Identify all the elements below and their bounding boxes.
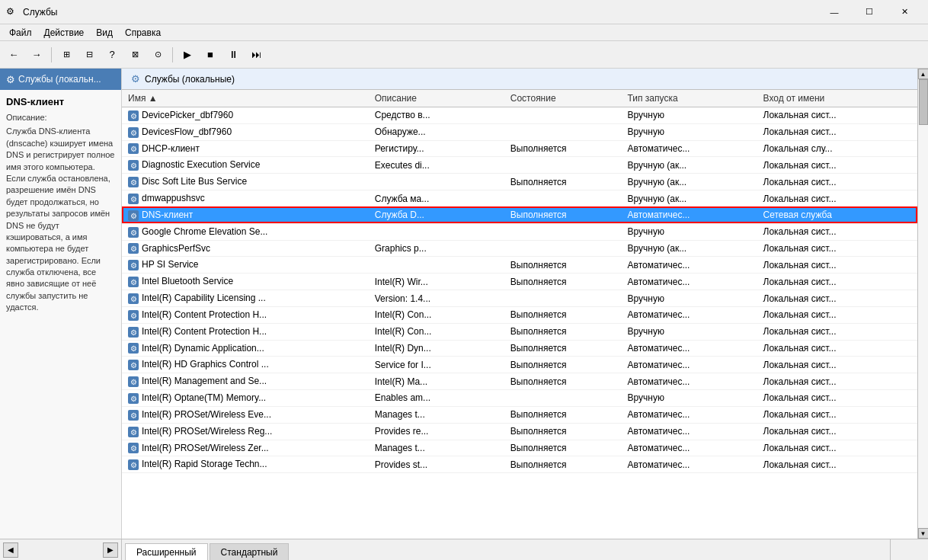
table-row[interactable]: DNS-клиентСлужба D...ВыполняетсяАвтомати…: [122, 206, 917, 223]
service-name-cell: Intel(R) HD Graphics Control ...: [122, 357, 369, 373]
table-row[interactable]: Intel(R) Dynamic Application...Intel(R) …: [122, 340, 917, 357]
service-icon: [128, 210, 139, 221]
minimize-button[interactable]: —: [817, 0, 852, 24]
tab-extended[interactable]: Расширенный: [125, 543, 208, 560]
tab-standard[interactable]: Стандартный: [210, 543, 290, 560]
table-row[interactable]: Intel(R) Rapid Storage Techn...Provides …: [122, 456, 917, 473]
table-row[interactable]: DevicePicker_dbf7960Средство в...Вручную…: [122, 107, 917, 124]
toolbar-pause[interactable]: ⏸: [222, 44, 244, 66]
scroll-down-btn[interactable]: ▼: [918, 528, 929, 539]
service-name-cell: Intel(R) Dynamic Application...: [122, 340, 369, 357]
toolbar-forward[interactable]: →: [26, 44, 47, 66]
service-status-cell: Выполняется: [504, 440, 622, 456]
service-name-cell: Intel(R) PROSet/Wireless Zer...: [122, 440, 369, 456]
table-row[interactable]: Intel(R) Content Protection H...Intel(R)…: [122, 306, 917, 323]
table-row[interactable]: Intel(R) Optane(TM) Memory...Enables am.…: [122, 390, 917, 407]
services-table-wrapper[interactable]: Имя ▲ Описание Состояние Тип запуска Вхо…: [122, 90, 917, 539]
toolbar-stop[interactable]: ■: [200, 44, 221, 66]
nav-left-btn[interactable]: ◀: [3, 542, 18, 558]
service-icon: [128, 243, 139, 254]
toolbar-sep-2: [172, 47, 173, 62]
service-name-cell: Intel(R) PROSet/Wireless Eve...: [122, 406, 369, 423]
table-row[interactable]: Diagnostic Execution ServiceExecutes di.…: [122, 157, 917, 174]
toolbar-btn3[interactable]: ?: [101, 44, 123, 66]
service-logon-cell: Локальная сист...: [757, 340, 917, 357]
maximize-button[interactable]: ☐: [852, 0, 887, 24]
toolbar-btn2[interactable]: ⊟: [78, 44, 100, 66]
toolbar-back[interactable]: ←: [3, 44, 24, 66]
col-startup[interactable]: Тип запуска: [622, 90, 757, 107]
service-icon: [128, 110, 139, 121]
toolbar-step[interactable]: ⏭: [245, 44, 267, 66]
service-startup-cell: Автоматичес...: [622, 406, 757, 423]
service-name-cell: Disc Soft Lite Bus Service: [122, 174, 369, 190]
service-logon-cell: Локальная сист...: [757, 306, 917, 323]
window-controls: — ☐ ✕: [817, 0, 922, 24]
col-name[interactable]: Имя ▲: [122, 90, 369, 107]
service-startup-cell: Вручную (ак...: [622, 157, 757, 174]
service-name-cell: DHCP-клиент: [122, 140, 369, 157]
nav-right-btn[interactable]: ▶: [103, 542, 118, 558]
table-row[interactable]: HP SI ServiceВыполняетсяАвтоматичес...Ло…: [122, 257, 917, 274]
service-desc-cell: Intel(R) Con...: [369, 306, 504, 323]
toolbar-btn1[interactable]: ⊞: [56, 44, 77, 66]
toolbar-btn5[interactable]: ⊙: [147, 44, 168, 66]
app-icon: ⚙: [6, 6, 18, 18]
table-row[interactable]: DevicesFlow_dbf7960Обнаруже...ВручнуюЛок…: [122, 123, 917, 140]
scroll-thumb[interactable]: [919, 79, 928, 125]
service-status-cell: Выполняется: [504, 206, 622, 223]
table-row[interactable]: Intel(R) HD Graphics Control ...Service …: [122, 357, 917, 373]
bottom-right: [890, 539, 928, 560]
service-startup-cell: Автоматичес...: [622, 440, 757, 456]
menu-file[interactable]: Файл: [3, 26, 38, 40]
service-desc-cell: Provides re...: [369, 423, 504, 440]
service-name-cell: Intel(R) Rapid Storage Techn...: [122, 456, 369, 473]
table-row[interactable]: Intel(R) PROSet/Wireless Reg...Provides …: [122, 423, 917, 440]
scroll-track[interactable]: [918, 79, 928, 528]
table-row[interactable]: Intel(R) PROSet/Wireless Zer...Manages t…: [122, 440, 917, 456]
bottom-bar: ◀ ▶ Расширенный Стандартный: [0, 539, 928, 560]
service-status-cell: Выполняется: [504, 306, 622, 323]
col-desc[interactable]: Описание: [369, 90, 504, 107]
col-status[interactable]: Состояние: [504, 90, 622, 107]
table-row[interactable]: Intel(R) Capability Licensing ...Version…: [122, 290, 917, 307]
service-logon-cell: Локальная сист...: [757, 406, 917, 423]
table-row[interactable]: Google Chrome Elevation Se...ВручнуюЛока…: [122, 223, 917, 240]
toolbar-play[interactable]: ▶: [177, 44, 198, 66]
col-logon[interactable]: Вход от имени: [757, 90, 917, 107]
table-row[interactable]: Intel(R) Management and Se...Intel(R) Ma…: [122, 373, 917, 390]
service-logon-cell: Сетевая служба: [757, 206, 917, 223]
service-icon: [128, 260, 139, 270]
table-row[interactable]: Intel Bluetooth ServiceIntel(R) Wir...Вы…: [122, 274, 917, 290]
close-button[interactable]: ✕: [887, 0, 922, 24]
menu-view[interactable]: Вид: [90, 26, 119, 40]
service-icon: [128, 127, 139, 138]
table-row[interactable]: Intel(R) Content Protection H...Intel(R)…: [122, 323, 917, 340]
service-icon: [128, 327, 139, 338]
service-logon-cell: Локальная сист...: [757, 373, 917, 390]
service-icon: [128, 360, 139, 370]
service-desc-cell: Service for I...: [369, 357, 504, 373]
menu-action[interactable]: Действие: [38, 26, 91, 40]
menu-help[interactable]: Справка: [119, 26, 167, 40]
menu-bar: Файл Действие Вид Справка: [0, 24, 928, 41]
service-desc-cell: Provides st...: [369, 456, 504, 473]
table-row[interactable]: GraphicsPerfSvcGraphics p...Вручную (ак.…: [122, 240, 917, 257]
service-desc-cell: Version: 1.4...: [369, 290, 504, 307]
desc-text: Служба DNS-клиента (dnscache) кэширует и…: [6, 126, 115, 313]
table-row[interactable]: Disc Soft Lite Bus ServiceВыполняетсяВру…: [122, 174, 917, 190]
table-row[interactable]: dmwappushsvcСлужба ма...Вручную (ак...Ло…: [122, 190, 917, 207]
service-startup-cell: Вручную (ак...: [622, 174, 757, 190]
service-status-cell: [504, 157, 622, 174]
service-status-cell: Выполняется: [504, 456, 622, 473]
table-row[interactable]: DHCP-клиентРегистиру...ВыполняетсяАвтома…: [122, 140, 917, 157]
scroll-up-btn[interactable]: ▲: [918, 69, 929, 79]
table-row[interactable]: Intel(R) PROSet/Wireless Eve...Manages t…: [122, 406, 917, 423]
service-status-cell: [504, 290, 622, 307]
right-panel-header: ⚙ Службы (локальные): [122, 69, 917, 90]
service-name-cell: DNS-клиент: [122, 206, 369, 223]
toolbar-btn4[interactable]: ⊠: [124, 44, 146, 66]
service-name-cell: DevicePicker_dbf7960: [122, 107, 369, 124]
service-description: Описание: Служба DNS-клиента (dnscache) …: [6, 112, 115, 314]
right-scrollbar[interactable]: ▲ ▼: [917, 69, 928, 539]
